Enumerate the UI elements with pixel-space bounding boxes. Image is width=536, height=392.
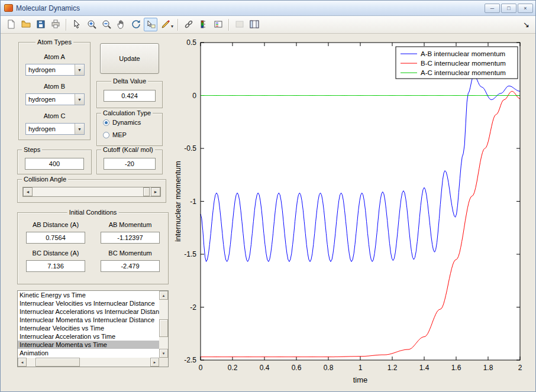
list-item[interactable]: Internulear Velocities vs Time <box>18 324 159 332</box>
rotate-3d-button[interactable] <box>129 18 143 31</box>
x-tick-label: 0.4 <box>260 364 270 372</box>
brush-data-button[interactable] <box>159 18 172 31</box>
zoom-in-icon <box>86 19 97 31</box>
brush-dropdown-caret[interactable]: ▾ <box>171 24 173 29</box>
toolbar-separator <box>177 19 178 31</box>
save-figure-button[interactable] <box>34 18 47 31</box>
atom-b-value: hydrogen <box>26 94 75 105</box>
chevron-down-icon[interactable]: ▼ <box>75 124 84 134</box>
radio-icon[interactable] <box>103 119 109 126</box>
insert-legend-button[interactable] <box>211 18 225 31</box>
figure-toolbar: ▾ ↘ <box>1 16 535 34</box>
close-button[interactable]: × <box>518 4 533 13</box>
maximize-button[interactable]: □ <box>501 4 516 13</box>
x-tick-label: 0.6 <box>292 364 302 372</box>
app-window: Molecular Dynamics ─ □ × ▾ ↘ Atom Types … <box>0 0 536 392</box>
vertical-scroll-thumb[interactable] <box>159 319 168 337</box>
scroll-down-icon[interactable]: ▼ <box>159 349 168 358</box>
x-tick-label: 0.8 <box>324 364 334 372</box>
hide-plot-tools-button[interactable] <box>233 18 246 31</box>
delta-value-panel: Delta Value 0.424 <box>96 81 163 108</box>
plot-type-listbox[interactable]: Kinetic Energy vs TimeInternuclear Veloc… <box>17 290 169 367</box>
update-button[interactable]: Update <box>100 43 159 74</box>
zoom-out-icon <box>101 19 112 31</box>
app-icon <box>4 4 13 12</box>
momentum-chart[interactable]: 00.20.40.60.811.21.41.61.820.50-0.5-1-1.… <box>172 34 536 392</box>
zoom-in-button[interactable] <box>85 18 98 31</box>
y-tick-label: -1.5 <box>184 250 196 258</box>
vertical-scrollbar[interactable]: ▲ ▼ <box>159 291 168 358</box>
data-cursor-icon <box>146 19 156 31</box>
dock-figure-arrow[interactable]: ↘ <box>523 20 532 29</box>
atom-b-dropdown[interactable]: hydrogen ▼ <box>25 93 85 105</box>
ab-momentum-field[interactable]: -1.12397 <box>101 232 160 244</box>
window-controls: ─ □ × <box>485 4 533 13</box>
steps-field[interactable]: 400 <box>25 158 84 170</box>
mep-radio-label: MEP <box>112 131 127 138</box>
atom-a-label: Atom A <box>19 53 90 60</box>
list-item[interactable]: Animation <box>18 349 159 357</box>
titlebar[interactable]: Molecular Dynamics ─ □ × <box>1 1 535 16</box>
mep-radio[interactable]: MEP <box>103 131 127 138</box>
delta-value-title: Delta Value <box>111 77 148 85</box>
legend-label: B-C internuclear momentum <box>421 60 506 67</box>
chevron-down-icon[interactable]: ▼ <box>75 64 84 75</box>
radio-icon[interactable] <box>103 132 109 138</box>
edit-plot-button[interactable] <box>70 18 83 31</box>
new-file-icon <box>6 19 17 31</box>
list-item[interactable]: Internuclear Momenta vs Time <box>18 341 159 349</box>
brush-icon <box>160 19 171 31</box>
dynamics-radio[interactable]: Dynamics <box>103 119 141 126</box>
slider-left-arrow-icon[interactable]: ◄ <box>23 187 33 196</box>
cursor-arrow-icon <box>72 19 82 31</box>
minimize-button[interactable]: ─ <box>485 4 500 13</box>
scroll-right-icon[interactable]: ► <box>150 358 159 367</box>
data-cursor-button[interactable] <box>144 18 157 31</box>
list-item[interactable]: Internuclear Momenta vs Internuclear Dis… <box>18 316 159 324</box>
horizontal-scrollbar[interactable]: ◄ ► <box>18 358 159 367</box>
horizontal-scroll-thumb[interactable] <box>35 358 80 367</box>
atom-c-dropdown[interactable]: hydrogen ▼ <box>25 123 85 135</box>
bc-momentum-field[interactable]: -2.479 <box>101 260 160 272</box>
open-file-button[interactable] <box>19 18 33 31</box>
ab-distance-label: AB Distance (A) <box>24 221 88 228</box>
slider-right-arrow-icon[interactable]: ► <box>151 187 160 196</box>
list-item[interactable]: Kinetic Energy vs Time <box>18 291 159 299</box>
legend-label: A-C internuclear momentum <box>421 69 506 76</box>
window-title: Molecular Dynamics <box>16 4 80 12</box>
list-item[interactable]: Internuclear Acceleration vs Time <box>18 332 159 341</box>
ab-distance-field[interactable]: 0.7564 <box>26 232 85 244</box>
print-icon <box>50 19 61 31</box>
delta-value-field[interactable]: 0.424 <box>104 90 156 102</box>
collision-angle-title: Collision Angle <box>22 176 68 183</box>
new-figure-button[interactable] <box>4 18 18 31</box>
chevron-down-icon[interactable]: ▼ <box>75 94 84 105</box>
list-item[interactable]: Internuclear Accelerations vs Internucle… <box>18 307 159 316</box>
print-figure-button[interactable] <box>49 18 62 31</box>
y-tick-label: -1 <box>190 197 196 206</box>
slider-thumb[interactable] <box>143 187 150 196</box>
y-tick-label: -0.5 <box>184 144 196 153</box>
atom-a-dropdown[interactable]: hydrogen ▼ <box>25 64 85 76</box>
y-tick-label: 0 <box>192 92 196 100</box>
link-plot-button[interactable] <box>182 18 195 31</box>
list-item[interactable]: Internuclear Velocities vs Internuclear … <box>18 299 159 307</box>
bc-distance-field[interactable]: 7.136 <box>26 260 85 272</box>
scroll-left-icon[interactable]: ◄ <box>18 358 27 367</box>
insert-colorbar-button[interactable] <box>196 18 210 31</box>
show-plot-tools-button[interactable] <box>247 18 261 31</box>
scroll-up-icon[interactable]: ▲ <box>159 291 168 300</box>
cutoff-panel: Cutoff (Kcal/ mol) -20 <box>96 150 163 174</box>
atom-types-panel: Atom Types Atom A hydrogen ▼ Atom B hydr… <box>18 42 91 140</box>
collision-angle-slider[interactable]: ◄ ► <box>22 187 161 197</box>
y-tick-label: -2 <box>190 303 196 312</box>
zoom-out-button[interactable] <box>99 18 113 31</box>
cutoff-field[interactable]: -20 <box>104 158 156 170</box>
x-tick-label: 1.6 <box>451 364 461 372</box>
x-axis-label: time <box>353 375 368 384</box>
pan-button[interactable] <box>114 18 128 31</box>
atom-c-value: hydrogen <box>26 124 75 134</box>
x-tick-label: 1.2 <box>388 364 398 372</box>
x-tick-label: 1 <box>359 364 363 372</box>
calculation-type-title: Calculation Type <box>101 109 153 116</box>
